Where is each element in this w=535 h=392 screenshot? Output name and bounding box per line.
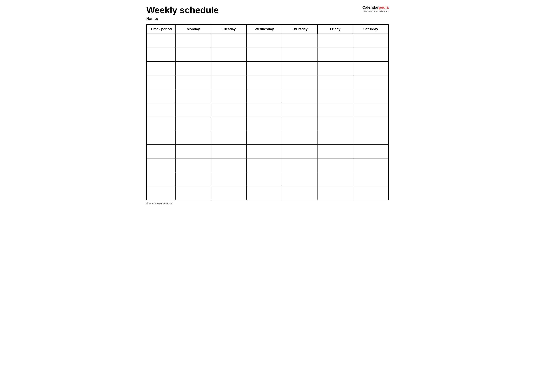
col-header-time: Time / period [146,25,176,34]
monday-cell-3 [176,75,211,89]
wednesday-cell-4 [247,89,282,103]
table-row [146,145,389,158]
time-cell-8 [146,145,176,158]
table-row [146,47,389,61]
friday-cell-8 [318,145,353,158]
friday-cell-3 [318,75,353,89]
thursday-cell-5 [282,103,318,117]
wednesday-cell-7 [247,131,282,145]
tuesday-cell-8 [211,145,247,158]
logo-pedia-part: pedia [379,5,389,9]
tuesday-cell-4 [211,89,247,103]
thursday-cell-8 [282,145,318,158]
monday-cell-5 [176,103,211,117]
col-header-thursday: Thursday [282,25,318,34]
table-header-row: Time / period Monday Tuesday Wednesday T… [146,25,389,34]
wednesday-cell-9 [247,158,282,172]
friday-cell-6 [318,117,353,131]
friday-cell-10 [318,172,353,186]
tuesday-cell-3 [211,75,247,89]
tuesday-cell-5 [211,103,247,117]
monday-cell-9 [176,158,211,172]
table-row [146,75,389,89]
thursday-cell-11 [282,186,318,200]
saturday-cell-8 [353,145,389,158]
table-row [146,172,389,186]
col-header-tuesday: Tuesday [211,25,247,34]
wednesday-cell-10 [247,172,282,186]
monday-cell-0 [176,34,211,47]
tuesday-cell-10 [211,172,247,186]
logo-text: Calendarpedia [362,5,389,10]
col-header-friday: Friday [318,25,353,34]
tuesday-cell-9 [211,158,247,172]
time-cell-3 [146,75,176,89]
wednesday-cell-0 [247,34,282,47]
time-cell-0 [146,34,176,47]
table-row [146,34,389,47]
logo-calendar-part: Calendar [362,5,379,9]
wednesday-cell-5 [247,103,282,117]
logo-tagline: Your source for calendars [362,10,389,13]
schedule-table: Time / period Monday Tuesday Wednesday T… [146,24,389,200]
saturday-cell-1 [353,47,389,61]
friday-cell-2 [318,61,353,75]
saturday-cell-4 [353,89,389,103]
saturday-cell-3 [353,75,389,89]
saturday-cell-0 [353,34,389,47]
friday-cell-11 [318,186,353,200]
time-cell-11 [146,186,176,200]
friday-cell-0 [318,34,353,47]
tuesday-cell-6 [211,117,247,131]
table-row [146,61,389,75]
friday-cell-9 [318,158,353,172]
col-header-wednesday: Wednesday [247,25,282,34]
thursday-cell-6 [282,117,318,131]
table-row [146,186,389,200]
wednesday-cell-2 [247,61,282,75]
col-header-monday: Monday [176,25,211,34]
monday-cell-11 [176,186,211,200]
thursday-cell-1 [282,47,318,61]
monday-cell-2 [176,61,211,75]
tuesday-cell-2 [211,61,247,75]
monday-cell-1 [176,47,211,61]
wednesday-cell-3 [247,75,282,89]
page-wrapper: Weekly schedule Name: Calendarpedia Your… [146,5,389,205]
col-header-saturday: Saturday [353,25,389,34]
friday-cell-7 [318,131,353,145]
logo-section: Calendarpedia Your source for calendars [362,5,389,13]
saturday-cell-6 [353,117,389,131]
time-cell-9 [146,158,176,172]
friday-cell-5 [318,103,353,117]
wednesday-cell-8 [247,145,282,158]
saturday-cell-9 [353,158,389,172]
name-label: Name: [146,16,359,21]
time-cell-1 [146,47,176,61]
time-cell-5 [146,103,176,117]
table-row [146,117,389,131]
monday-cell-4 [176,89,211,103]
time-cell-4 [146,89,176,103]
friday-cell-1 [318,47,353,61]
page-title: Weekly schedule [146,5,359,15]
table-row [146,158,389,172]
thursday-cell-2 [282,61,318,75]
time-cell-2 [146,61,176,75]
table-row [146,89,389,103]
title-section: Weekly schedule Name: [146,5,359,21]
tuesday-cell-7 [211,131,247,145]
time-cell-7 [146,131,176,145]
monday-cell-7 [176,131,211,145]
table-row [146,131,389,145]
thursday-cell-7 [282,131,318,145]
tuesday-cell-11 [211,186,247,200]
saturday-cell-5 [353,103,389,117]
saturday-cell-7 [353,131,389,145]
monday-cell-6 [176,117,211,131]
tuesday-cell-0 [211,34,247,47]
saturday-cell-10 [353,172,389,186]
thursday-cell-10 [282,172,318,186]
thursday-cell-0 [282,34,318,47]
wednesday-cell-1 [247,47,282,61]
